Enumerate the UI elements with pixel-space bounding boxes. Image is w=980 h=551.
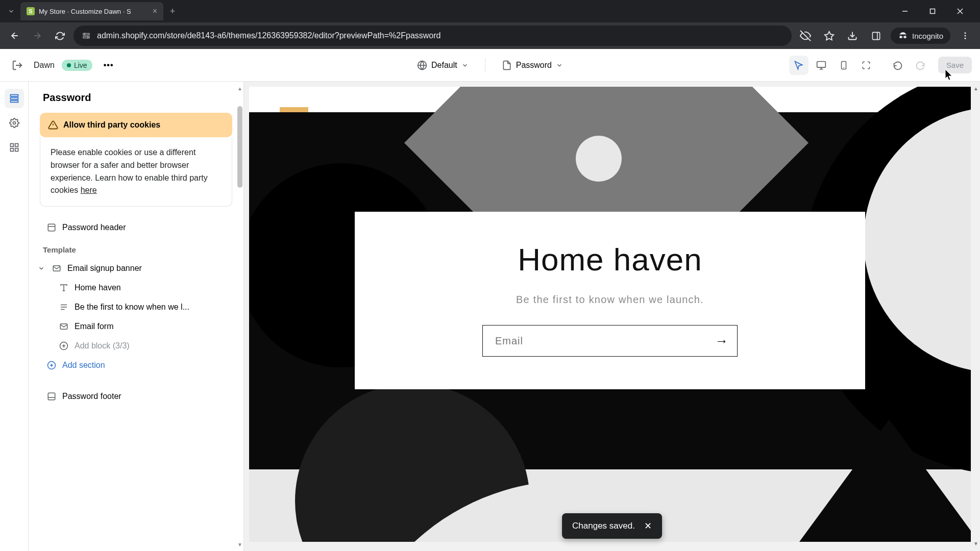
tab-close-icon[interactable]: × xyxy=(153,7,157,16)
template-dropdown[interactable]: Default xyxy=(411,57,475,73)
warning-text: Allow third party cookies xyxy=(63,120,160,130)
decorative-accent xyxy=(280,107,308,112)
scroll-up-icon[interactable]: ▲ xyxy=(237,86,242,91)
svg-point-14 xyxy=(965,38,966,39)
section-icon xyxy=(52,264,62,273)
email-form-block[interactable]: Email form xyxy=(47,317,239,336)
svg-rect-17 xyxy=(817,61,825,67)
url-text: admin.shopify.com/store/de8143-a6/themes… xyxy=(97,31,783,40)
password-header-section[interactable]: Password header xyxy=(33,218,239,237)
sidebar-title: Password xyxy=(29,91,243,113)
address-bar[interactable]: admin.shopify.com/store/de8143-a6/themes… xyxy=(74,26,792,46)
add-block-button: Add block (3/3) xyxy=(47,337,239,355)
svg-rect-1 xyxy=(930,9,935,14)
scroll-down-icon[interactable]: ▼ xyxy=(973,541,979,547)
back-button[interactable] xyxy=(6,27,23,44)
background-shape xyxy=(576,136,622,182)
cookies-info-card: Please enable cookies or use a different… xyxy=(40,137,232,207)
incognito-icon xyxy=(898,31,908,41)
toast-close-button[interactable]: ✕ xyxy=(644,520,652,532)
svg-point-25 xyxy=(13,122,15,124)
svg-rect-22 xyxy=(10,95,18,96)
inspector-mode-button[interactable] xyxy=(789,56,808,75)
desktop-view-button[interactable] xyxy=(812,56,831,75)
apps-rail-button[interactable] xyxy=(5,138,24,157)
svg-rect-45 xyxy=(48,393,55,400)
add-block-label: Add block (3/3) xyxy=(75,341,130,350)
svg-rect-27 xyxy=(15,144,18,147)
maximize-button[interactable] xyxy=(921,3,944,19)
page-icon xyxy=(502,60,512,70)
block-label: Email form xyxy=(75,322,113,331)
save-button[interactable]: Save xyxy=(938,57,972,73)
cookies-warning-banner[interactable]: Allow third party cookies xyxy=(40,113,232,137)
section-label: Password header xyxy=(62,223,126,232)
toast-message: Changes saved. xyxy=(572,521,635,531)
card-heading: Home haven xyxy=(375,241,845,278)
text-block[interactable]: Be the first to know when we l... xyxy=(47,298,239,316)
signup-card: Home haven Be the first to know when we … xyxy=(355,212,865,389)
fullscreen-view-button[interactable] xyxy=(856,56,876,75)
toast-notification: Changes saved. ✕ xyxy=(562,513,662,539)
theme-preview: Home haven Be the first to know when we … xyxy=(244,82,980,551)
bookmark-star-icon[interactable] xyxy=(820,27,838,44)
divider xyxy=(485,58,485,72)
tab-title: My Store · Customize Dawn · S xyxy=(39,8,131,15)
email-input[interactable] xyxy=(483,335,706,347)
heading-block[interactable]: Home haven xyxy=(47,279,239,297)
block-label: Home haven xyxy=(75,283,121,292)
svg-rect-30 xyxy=(48,224,55,231)
downloads-icon[interactable] xyxy=(844,27,861,44)
close-window-button[interactable] xyxy=(948,3,972,19)
sidebar-scrollbar[interactable]: ▲ ▼ xyxy=(237,86,242,547)
minimize-button[interactable] xyxy=(893,3,917,19)
undo-button[interactable] xyxy=(888,56,908,75)
redo-button[interactable] xyxy=(911,56,930,75)
globe-icon xyxy=(417,60,427,70)
header-section-icon xyxy=(47,223,56,232)
browser-menu-icon[interactable] xyxy=(957,27,974,44)
chevron-down-icon xyxy=(461,62,469,69)
svg-rect-5 xyxy=(83,37,89,38)
svg-rect-23 xyxy=(10,97,18,99)
more-actions-button[interactable]: ••• xyxy=(100,56,118,74)
form-icon xyxy=(59,322,69,331)
submit-button[interactable]: → xyxy=(706,325,737,356)
tab-search-dropdown[interactable] xyxy=(4,4,18,18)
mobile-view-button[interactable] xyxy=(834,56,853,75)
cookies-here-link[interactable]: here xyxy=(81,186,97,194)
add-section-label: Add section xyxy=(62,361,105,370)
svg-point-13 xyxy=(965,35,966,37)
browser-tab[interactable]: S My Store · Customize Dawn · S × xyxy=(20,2,163,20)
text-icon xyxy=(59,283,69,292)
incognito-badge[interactable]: Incognito xyxy=(891,28,950,44)
exit-editor-button[interactable] xyxy=(8,56,27,74)
side-panel-icon[interactable] xyxy=(867,27,885,44)
add-section-button[interactable]: Add section xyxy=(33,356,239,374)
theme-name: Dawn xyxy=(34,61,55,70)
section-label: Password footer xyxy=(62,392,121,401)
new-tab-button[interactable]: + xyxy=(165,4,180,18)
scroll-down-icon[interactable]: ▼ xyxy=(237,542,242,547)
plus-circle-icon xyxy=(47,361,57,370)
template-group-label: Template xyxy=(29,238,243,258)
sections-rail-button[interactable] xyxy=(5,89,24,108)
forward-button[interactable] xyxy=(29,27,46,44)
editor-header: Dawn Live ••• Default Password Sa xyxy=(0,49,980,82)
site-settings-icon[interactable] xyxy=(82,31,91,40)
page-dropdown[interactable]: Password xyxy=(496,57,569,73)
svg-rect-28 xyxy=(15,148,18,152)
scrollbar-thumb[interactable] xyxy=(237,106,242,188)
svg-marker-9 xyxy=(824,31,834,40)
email-signup-section[interactable]: Email signup banner xyxy=(33,259,239,278)
password-footer-section[interactable]: Password footer xyxy=(33,387,239,406)
reload-button[interactable] xyxy=(51,27,68,44)
svg-rect-29 xyxy=(10,148,13,152)
shopify-favicon-icon: S xyxy=(27,7,35,15)
eye-blocked-icon[interactable] xyxy=(797,27,814,44)
arrow-right-icon: → xyxy=(715,333,728,349)
scroll-up-icon[interactable]: ▲ xyxy=(973,86,979,92)
preview-scrollbar[interactable]: ▲ ▼ xyxy=(973,86,979,547)
chevron-down-icon[interactable] xyxy=(38,265,47,272)
theme-settings-rail-button[interactable] xyxy=(5,113,24,133)
